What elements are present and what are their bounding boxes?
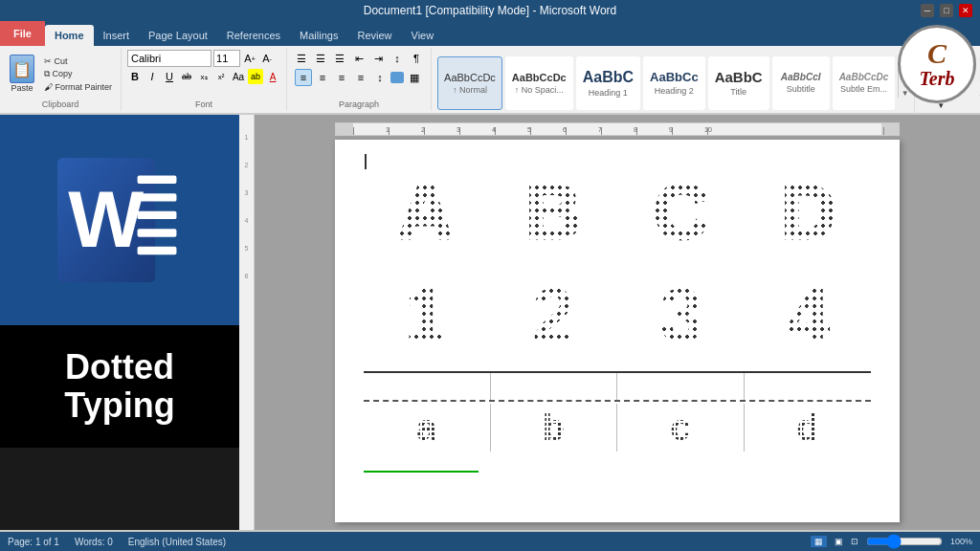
writing-cell-4 — [745, 373, 872, 400]
style-normal-label: ↑ Normal — [453, 85, 487, 95]
justify-button[interactable]: ≡ — [352, 69, 369, 86]
center-button[interactable]: ≡ — [314, 69, 331, 86]
ruler-label-8: 8 — [634, 126, 637, 133]
tab-home[interactable]: Home — [45, 25, 94, 46]
style-subtitle-label: Subtitle — [787, 84, 815, 94]
statusbar: Page: 1 of 1 Words: 0 English (United St… — [0, 532, 980, 551]
style-title[interactable]: AaBbC Title — [708, 56, 769, 110]
align-right-button[interactable]: ≡ — [333, 69, 350, 86]
tab-references[interactable]: References — [217, 25, 290, 46]
document-container[interactable]: 1 2 3 4 5 6 7 8 9 10 — [255, 115, 980, 530]
indent-inc-button[interactable]: ⇥ — [369, 50, 387, 67]
tabs-row: File Home Insert Page Layout References … — [0, 21, 980, 46]
close-button[interactable]: ✕ — [959, 4, 972, 17]
web-layout-button[interactable]: ⊡ — [851, 537, 858, 546]
tab-review[interactable]: Review — [347, 25, 401, 46]
shading-button[interactable] — [390, 72, 404, 83]
italic-button[interactable]: I — [145, 69, 160, 84]
style-h1-preview: AaBbC — [583, 69, 634, 86]
paste-button[interactable]: 📋 Paste — [6, 53, 38, 95]
view-controls: ▦ ▣ ⊡ 100% — [811, 536, 972, 547]
main-area: W Dotted Typing 1 2 3 — [0, 115, 980, 530]
borders-button[interactable]: ▦ — [406, 69, 423, 86]
tab-insert[interactable]: Insert — [94, 25, 140, 46]
status-words: Words: 0 — [75, 537, 113, 547]
letter-cell-D: D — [747, 165, 872, 260]
minimize-button[interactable]: ─ — [921, 4, 934, 17]
tab-mailings[interactable]: Mailings — [290, 25, 347, 46]
style-h2-preview: AaBbCc — [650, 70, 699, 84]
print-layout-button[interactable]: ▦ — [811, 536, 827, 547]
letter-cell-d: d — [745, 404, 872, 452]
status-language: English (United States) — [128, 537, 226, 547]
numbering-button[interactable]: ☰ — [312, 50, 329, 67]
letter-cell-B: B — [492, 165, 616, 260]
format-painter-button[interactable]: 🖌 Format Painter — [41, 81, 115, 93]
style-no-spacing[interactable]: AaBbCcDc ↑ No Spaci... — [505, 56, 573, 110]
paragraph-group: ☰ ☰ ☰ ⇤ ⇥ ↕ ¶ ≡ ≡ ≡ ≡ ↕ ▦ Par — [287, 48, 432, 111]
tab-file[interactable]: File — [0, 21, 45, 46]
clipboard-small-buttons: ✂ Cut ⧉ Copy 🖌 Format Painter — [41, 55, 115, 93]
style-normal[interactable]: AaBbCcDc ↑ Normal — [437, 56, 502, 110]
copy-button[interactable]: ⧉ Copy — [41, 68, 115, 80]
letter-cell-A: A — [364, 165, 488, 260]
strikethrough-button[interactable]: ab — [179, 69, 194, 84]
svg-rect-6 — [138, 247, 177, 254]
style-heading1[interactable]: AaBbC Heading 1 — [576, 56, 640, 110]
ruler-label-9: 9 — [669, 126, 673, 133]
style-heading2[interactable]: AaBbCc Heading 2 — [643, 56, 705, 110]
show-marks-button[interactable]: ¶ — [408, 50, 425, 67]
ruler-label-5: 5 — [527, 126, 531, 133]
highlight-button[interactable]: ab — [248, 69, 263, 84]
font-name-row: A+ A- — [127, 50, 275, 67]
ruler-label-7: 7 — [598, 126, 602, 133]
svg-text:W: W — [68, 174, 144, 264]
font-color-button[interactable]: A — [265, 69, 280, 84]
word-logo-area: W — [0, 115, 239, 325]
paste-icon: 📋 — [10, 55, 34, 83]
indent-dec-button[interactable]: ⇤ — [350, 50, 368, 67]
dotted-letter-d-lower: d — [796, 408, 818, 449]
clear-formatting-button[interactable]: Aa — [231, 69, 246, 84]
align-left-button[interactable]: ≡ — [295, 69, 312, 86]
titlebar: Document1 [Compatibility Mode] - Microso… — [0, 0, 980, 21]
letter-cell-a: a — [364, 404, 491, 452]
bullets-button[interactable]: ☰ — [293, 50, 310, 67]
maximize-button[interactable]: □ — [940, 4, 953, 17]
tab-page-layout[interactable]: Page Layout — [139, 25, 217, 46]
numbers-grid: 1 2 3 4 — [364, 268, 871, 364]
svg-rect-2 — [138, 176, 177, 184]
superscript-button[interactable]: x² — [213, 69, 229, 84]
style-no-spacing-preview: AaBbCcDc — [512, 72, 567, 83]
document-page[interactable]: A B C D 1 — [335, 140, 900, 522]
bold-button[interactable]: B — [127, 69, 143, 84]
ruler-label-3: 3 — [457, 126, 460, 133]
font-shrink-button[interactable]: A- — [259, 51, 275, 66]
style-no-spacing-label: ↑ No Spaci... — [515, 85, 564, 95]
font-grow-button[interactable]: A+ — [242, 51, 257, 66]
title-text: Document1 [Compatibility Mode] - Microso… — [364, 4, 617, 17]
underline-button[interactable]: U — [162, 69, 177, 84]
writing-lines-area — [364, 371, 871, 402]
svg-rect-5 — [138, 229, 177, 236]
full-screen-button[interactable]: ▣ — [835, 537, 843, 546]
dotted-number-3: 3 — [660, 272, 703, 360]
multilevel-button[interactable]: ☰ — [331, 50, 348, 67]
sort-button[interactable]: ↕ — [389, 50, 406, 67]
style-subtitle[interactable]: AaBbCcI Subtitle — [772, 56, 830, 110]
lowercase-letters-grid: a b c d — [364, 404, 871, 452]
dotted-number-2: 2 — [532, 272, 575, 360]
cut-button[interactable]: ✂ Cut — [41, 55, 115, 67]
font-label: Font — [195, 99, 212, 109]
zoom-slider[interactable] — [866, 537, 943, 546]
word-logo-svg: W — [57, 143, 182, 297]
vertical-ruler: 1 2 3 4 5 6 — [239, 115, 255, 530]
subscript-button[interactable]: x₂ — [196, 69, 212, 84]
writing-line-top — [364, 373, 871, 402]
style-subtle-em[interactable]: AaBbCcDc Subtle Em... — [833, 56, 896, 110]
font-size-input[interactable] — [213, 50, 240, 67]
tab-view[interactable]: View — [402, 25, 444, 46]
line-spacing-button[interactable]: ↕ — [371, 69, 389, 86]
font-name-input[interactable] — [127, 50, 212, 67]
style-title-preview: AaBbC — [715, 69, 763, 85]
